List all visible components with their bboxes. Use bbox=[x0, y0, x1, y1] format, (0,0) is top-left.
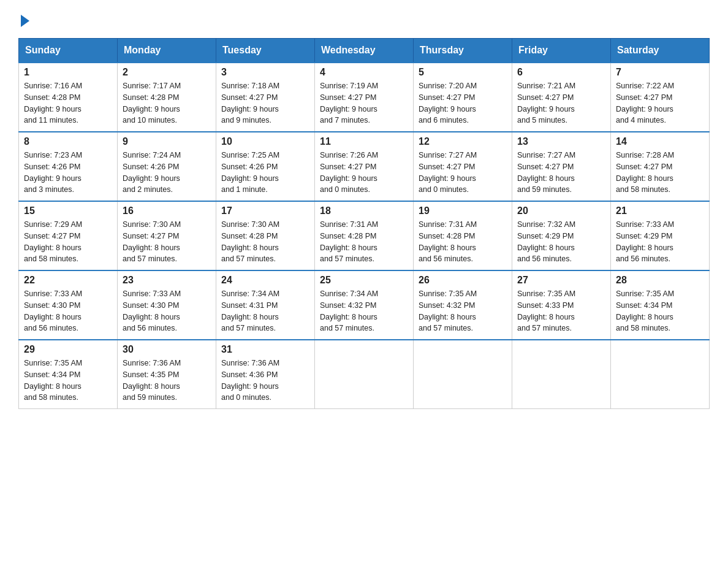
day-number: 16 bbox=[123, 205, 211, 216]
day-number: 27 bbox=[517, 275, 605, 286]
day-info: Sunrise: 7:35 AMSunset: 4:32 PMDaylight:… bbox=[419, 289, 477, 332]
day-number: 24 bbox=[221, 275, 309, 286]
day-info: Sunrise: 7:23 AMSunset: 4:26 PMDaylight:… bbox=[24, 151, 82, 194]
calendar-cell: 30 Sunrise: 7:36 AMSunset: 4:35 PMDaylig… bbox=[118, 340, 216, 409]
calendar-cell: 26 Sunrise: 7:35 AMSunset: 4:32 PMDaylig… bbox=[414, 270, 512, 340]
calendar-cell: 18 Sunrise: 7:31 AMSunset: 4:28 PMDaylig… bbox=[315, 201, 414, 270]
calendar-week-row: 1 Sunrise: 7:16 AMSunset: 4:28 PMDayligh… bbox=[19, 63, 710, 132]
page-header bbox=[18, 12, 710, 27]
day-number: 28 bbox=[616, 275, 704, 286]
calendar-table: SundayMondayTuesdayWednesdayThursdayFrid… bbox=[18, 38, 710, 409]
calendar-cell bbox=[414, 340, 512, 409]
logo-arrow-icon bbox=[21, 15, 29, 27]
calendar-cell: 28 Sunrise: 7:35 AMSunset: 4:34 PMDaylig… bbox=[611, 270, 710, 340]
day-number: 19 bbox=[419, 205, 507, 216]
day-info: Sunrise: 7:17 AMSunset: 4:28 PMDaylight:… bbox=[123, 82, 181, 124]
day-info: Sunrise: 7:25 AMSunset: 4:26 PMDaylight:… bbox=[221, 151, 279, 194]
calendar-cell: 13 Sunrise: 7:27 AMSunset: 4:27 PMDaylig… bbox=[512, 132, 611, 201]
day-info: Sunrise: 7:33 AMSunset: 4:30 PMDaylight:… bbox=[123, 289, 181, 332]
day-number: 10 bbox=[221, 136, 309, 147]
day-info: Sunrise: 7:31 AMSunset: 4:28 PMDaylight:… bbox=[320, 220, 378, 263]
day-info: Sunrise: 7:34 AMSunset: 4:31 PMDaylight:… bbox=[221, 289, 279, 332]
day-number: 22 bbox=[24, 275, 112, 286]
day-number: 13 bbox=[517, 136, 605, 147]
day-info: Sunrise: 7:28 AMSunset: 4:27 PMDaylight:… bbox=[616, 151, 674, 194]
calendar-cell: 6 Sunrise: 7:21 AMSunset: 4:27 PMDayligh… bbox=[512, 63, 611, 132]
day-info: Sunrise: 7:35 AMSunset: 4:33 PMDaylight:… bbox=[517, 289, 575, 332]
day-number: 4 bbox=[320, 67, 408, 78]
day-number: 20 bbox=[517, 205, 605, 216]
calendar-cell: 24 Sunrise: 7:34 AMSunset: 4:31 PMDaylig… bbox=[216, 270, 315, 340]
calendar-week-row: 8 Sunrise: 7:23 AMSunset: 4:26 PMDayligh… bbox=[19, 132, 710, 201]
weekday-header: Saturday bbox=[611, 39, 710, 63]
day-number: 5 bbox=[419, 67, 507, 78]
day-number: 6 bbox=[517, 67, 605, 78]
calendar-cell: 27 Sunrise: 7:35 AMSunset: 4:33 PMDaylig… bbox=[512, 270, 611, 340]
calendar-cell: 7 Sunrise: 7:22 AMSunset: 4:27 PMDayligh… bbox=[611, 63, 710, 132]
day-number: 18 bbox=[320, 205, 408, 216]
calendar-week-row: 29 Sunrise: 7:35 AMSunset: 4:34 PMDaylig… bbox=[19, 340, 710, 409]
day-number: 25 bbox=[320, 275, 408, 286]
day-info: Sunrise: 7:20 AMSunset: 4:27 PMDaylight:… bbox=[419, 82, 477, 124]
calendar-header-row: SundayMondayTuesdayWednesdayThursdayFrid… bbox=[19, 39, 710, 63]
calendar-cell: 22 Sunrise: 7:33 AMSunset: 4:30 PMDaylig… bbox=[19, 270, 118, 340]
weekday-header: Sunday bbox=[19, 39, 118, 63]
logo bbox=[18, 12, 29, 27]
day-info: Sunrise: 7:27 AMSunset: 4:27 PMDaylight:… bbox=[419, 151, 477, 194]
calendar-cell: 31 Sunrise: 7:36 AMSunset: 4:36 PMDaylig… bbox=[216, 340, 315, 409]
day-number: 8 bbox=[24, 136, 112, 147]
calendar-cell: 29 Sunrise: 7:35 AMSunset: 4:34 PMDaylig… bbox=[19, 340, 118, 409]
day-info: Sunrise: 7:35 AMSunset: 4:34 PMDaylight:… bbox=[616, 289, 674, 332]
day-info: Sunrise: 7:27 AMSunset: 4:27 PMDaylight:… bbox=[517, 151, 575, 194]
day-info: Sunrise: 7:30 AMSunset: 4:27 PMDaylight:… bbox=[123, 220, 181, 263]
weekday-header: Friday bbox=[512, 39, 611, 63]
day-number: 3 bbox=[221, 67, 309, 78]
day-info: Sunrise: 7:32 AMSunset: 4:29 PMDaylight:… bbox=[517, 220, 575, 263]
calendar-week-row: 15 Sunrise: 7:29 AMSunset: 4:27 PMDaylig… bbox=[19, 201, 710, 270]
calendar-cell: 1 Sunrise: 7:16 AMSunset: 4:28 PMDayligh… bbox=[19, 63, 118, 132]
calendar-cell: 15 Sunrise: 7:29 AMSunset: 4:27 PMDaylig… bbox=[19, 201, 118, 270]
calendar-cell bbox=[611, 340, 710, 409]
day-number: 26 bbox=[419, 275, 507, 286]
calendar-cell: 12 Sunrise: 7:27 AMSunset: 4:27 PMDaylig… bbox=[414, 132, 512, 201]
day-info: Sunrise: 7:16 AMSunset: 4:28 PMDaylight:… bbox=[24, 82, 82, 124]
day-number: 21 bbox=[616, 205, 704, 216]
day-info: Sunrise: 7:30 AMSunset: 4:28 PMDaylight:… bbox=[221, 220, 279, 263]
weekday-header: Thursday bbox=[414, 39, 512, 63]
day-info: Sunrise: 7:33 AMSunset: 4:29 PMDaylight:… bbox=[616, 220, 674, 263]
day-number: 11 bbox=[320, 136, 408, 147]
weekday-header: Wednesday bbox=[315, 39, 414, 63]
day-number: 31 bbox=[221, 344, 309, 355]
calendar-cell: 11 Sunrise: 7:26 AMSunset: 4:27 PMDaylig… bbox=[315, 132, 414, 201]
day-info: Sunrise: 7:24 AMSunset: 4:26 PMDaylight:… bbox=[123, 151, 181, 194]
calendar-cell: 10 Sunrise: 7:25 AMSunset: 4:26 PMDaylig… bbox=[216, 132, 315, 201]
day-number: 30 bbox=[123, 344, 211, 355]
day-info: Sunrise: 7:34 AMSunset: 4:32 PMDaylight:… bbox=[320, 289, 378, 332]
day-number: 7 bbox=[616, 67, 704, 78]
day-number: 29 bbox=[24, 344, 112, 355]
calendar-cell: 20 Sunrise: 7:32 AMSunset: 4:29 PMDaylig… bbox=[512, 201, 611, 270]
calendar-cell: 9 Sunrise: 7:24 AMSunset: 4:26 PMDayligh… bbox=[118, 132, 216, 201]
calendar-cell: 4 Sunrise: 7:19 AMSunset: 4:27 PMDayligh… bbox=[315, 63, 414, 132]
day-number: 2 bbox=[123, 67, 211, 78]
calendar-week-row: 22 Sunrise: 7:33 AMSunset: 4:30 PMDaylig… bbox=[19, 270, 710, 340]
day-info: Sunrise: 7:19 AMSunset: 4:27 PMDaylight:… bbox=[320, 82, 378, 124]
calendar-cell: 21 Sunrise: 7:33 AMSunset: 4:29 PMDaylig… bbox=[611, 201, 710, 270]
day-info: Sunrise: 7:18 AMSunset: 4:27 PMDaylight:… bbox=[221, 82, 279, 124]
calendar-cell: 17 Sunrise: 7:30 AMSunset: 4:28 PMDaylig… bbox=[216, 201, 315, 270]
calendar-cell: 16 Sunrise: 7:30 AMSunset: 4:27 PMDaylig… bbox=[118, 201, 216, 270]
weekday-header: Monday bbox=[118, 39, 216, 63]
calendar-cell: 3 Sunrise: 7:18 AMSunset: 4:27 PMDayligh… bbox=[216, 63, 315, 132]
day-info: Sunrise: 7:31 AMSunset: 4:28 PMDaylight:… bbox=[419, 220, 477, 263]
day-number: 17 bbox=[221, 205, 309, 216]
day-info: Sunrise: 7:33 AMSunset: 4:30 PMDaylight:… bbox=[24, 289, 82, 332]
calendar-cell: 8 Sunrise: 7:23 AMSunset: 4:26 PMDayligh… bbox=[19, 132, 118, 201]
day-number: 12 bbox=[419, 136, 507, 147]
calendar-cell: 5 Sunrise: 7:20 AMSunset: 4:27 PMDayligh… bbox=[414, 63, 512, 132]
day-info: Sunrise: 7:21 AMSunset: 4:27 PMDaylight:… bbox=[517, 82, 575, 124]
day-info: Sunrise: 7:36 AMSunset: 4:35 PMDaylight:… bbox=[123, 359, 181, 402]
day-info: Sunrise: 7:35 AMSunset: 4:34 PMDaylight:… bbox=[24, 359, 82, 402]
day-number: 14 bbox=[616, 136, 704, 147]
day-number: 23 bbox=[123, 275, 211, 286]
calendar-cell: 14 Sunrise: 7:28 AMSunset: 4:27 PMDaylig… bbox=[611, 132, 710, 201]
